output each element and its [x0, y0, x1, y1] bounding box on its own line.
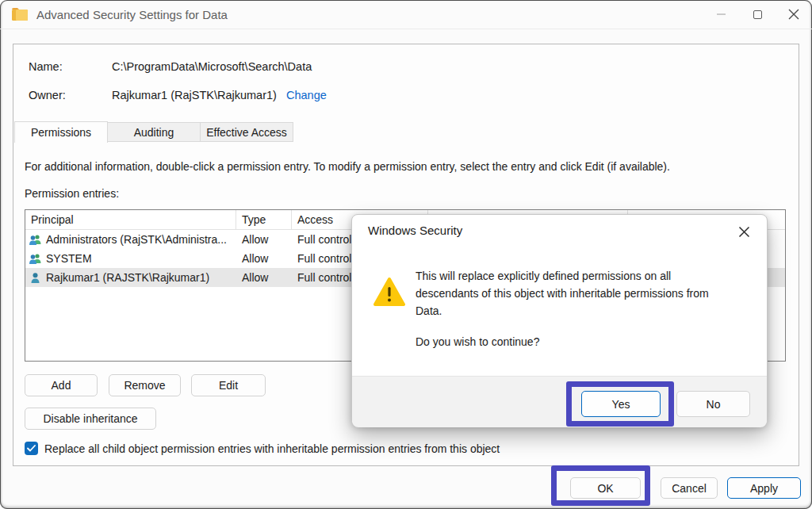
info-text: For additional information, double-click… — [25, 160, 670, 173]
folder-icon — [11, 6, 29, 22]
group-icon — [29, 234, 42, 246]
checkmark-icon — [27, 445, 36, 452]
minimize-button[interactable] — [703, 0, 739, 29]
header-type[interactable]: Type — [236, 210, 292, 229]
owner-label: Owner: — [29, 89, 66, 101]
close-button[interactable] — [776, 0, 812, 29]
change-owner-link[interactable]: Change — [286, 89, 327, 101]
tab-permissions[interactable]: Permissions — [14, 121, 108, 143]
windows-security-dialog: Windows Security This will replace expli… — [351, 214, 768, 427]
dialog-title: Windows Security — [368, 224, 462, 237]
window-controls — [703, 0, 812, 29]
tab-effective-access[interactable]: Effective Access — [200, 122, 293, 142]
apply-button[interactable]: Apply — [727, 477, 801, 499]
edit-button[interactable]: Edit — [191, 374, 266, 396]
ok-button[interactable]: OK — [570, 477, 641, 499]
warning-icon — [373, 277, 406, 308]
no-button[interactable]: No — [676, 391, 750, 417]
replace-permissions-row: Replace all child object permission entr… — [25, 442, 500, 455]
name-label: Name: — [29, 60, 63, 73]
tab-auditing[interactable]: Auditing — [107, 122, 201, 142]
remove-button[interactable]: Remove — [109, 374, 181, 396]
title-bar: Advanced Security Settings for Data — [0, 0, 812, 29]
header-principal[interactable]: Principal — [25, 210, 236, 229]
advanced-security-window: Advanced Security Settings for Data Name… — [0, 0, 812, 509]
dialog-close-button[interactable] — [732, 221, 756, 242]
replace-permissions-checkbox[interactable] — [25, 442, 38, 455]
permission-entries-label: Permission entries: — [25, 187, 119, 200]
add-button[interactable]: Add — [25, 374, 98, 396]
close-icon — [788, 9, 799, 20]
dialog-message: This will replace explicitly defined per… — [416, 267, 764, 320]
dialog-question: Do you wish to continue? — [416, 335, 539, 348]
replace-permissions-label: Replace all child object permission entr… — [44, 442, 500, 455]
maximize-icon — [753, 10, 762, 19]
name-value: C:\ProgramData\Microsoft\Search\Data — [112, 60, 312, 73]
window-title: Advanced Security Settings for Data — [36, 8, 228, 21]
close-icon — [738, 226, 750, 238]
group-icon — [29, 253, 42, 265]
owner-value: Rajkumar1 (RajSTK\Rajkumar1) — [112, 89, 277, 101]
disable-inheritance-button[interactable]: Disable inheritance — [25, 408, 156, 430]
minimize-icon — [717, 13, 726, 15]
cancel-button[interactable]: Cancel — [661, 477, 718, 499]
maximize-button[interactable] — [739, 0, 776, 29]
yes-button[interactable]: Yes — [581, 391, 661, 417]
user-icon — [29, 272, 42, 284]
